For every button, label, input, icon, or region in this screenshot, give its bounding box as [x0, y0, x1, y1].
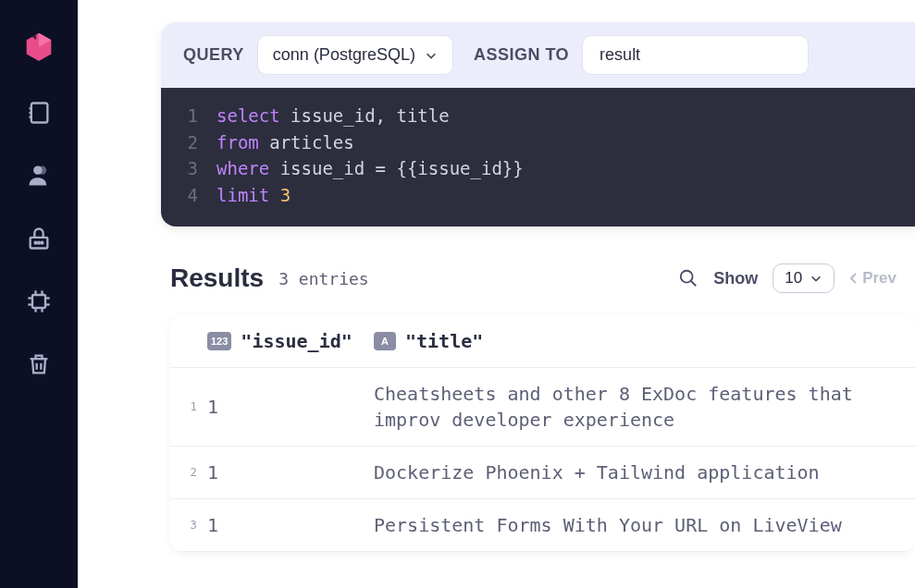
query-card: QUERY conn (PostgreSQL) ASSIGN TO 1selec… [161, 22, 915, 227]
main-content: QUERY conn (PostgreSQL) ASSIGN TO 1selec… [78, 0, 915, 588]
connection-dropdown[interactable]: conn (PostgreSQL) [257, 35, 453, 75]
svg-point-21 [681, 271, 693, 283]
results-section: Results 3 entries Show 10 Prev [170, 263, 915, 552]
trash-icon[interactable] [26, 351, 52, 377]
chevron-down-icon [810, 272, 822, 285]
app-logo[interactable] [21, 28, 56, 63]
cell-issue-id: 1 [207, 396, 374, 418]
user-icon[interactable] [26, 163, 52, 189]
assign-input[interactable] [582, 35, 809, 75]
column-header-title[interactable]: A "title" [374, 330, 915, 352]
show-select[interactable]: 10 [773, 263, 835, 293]
svg-point-8 [38, 242, 40, 244]
connection-value: conn (PostgreSQL) [273, 45, 415, 65]
cell-title: Persistent Forms With Your URL on LiveVi… [374, 512, 915, 538]
code-line: 1select issue_id, title [183, 103, 893, 129]
show-label: Show [713, 269, 758, 288]
results-header: Results 3 entries Show 10 Prev [170, 263, 915, 293]
chevron-down-icon [425, 49, 438, 62]
type-badge-number: 123 [207, 332, 231, 350]
svg-rect-10 [32, 295, 45, 308]
results-controls: Show 10 Prev [678, 263, 915, 293]
query-header: QUERY conn (PostgreSQL) ASSIGN TO [161, 22, 915, 88]
lock-icon[interactable] [26, 226, 52, 251]
row-number: 1 [179, 400, 207, 413]
svg-point-7 [35, 242, 37, 244]
type-badge-text: A [374, 332, 396, 350]
results-title: Results [170, 263, 264, 293]
assign-label: ASSIGN TO [474, 45, 569, 65]
query-label: QUERY [183, 45, 244, 65]
svg-line-22 [691, 281, 697, 287]
table-row[interactable]: 2 1 Dockerize Phoenix + Tailwind applica… [170, 447, 915, 499]
cell-issue-id: 1 [207, 461, 374, 484]
code-line: 4limit 3 [183, 182, 893, 209]
prev-label: Prev [862, 269, 896, 288]
cell-title: Cheatsheets and other 8 ExDoc features t… [374, 381, 915, 433]
svg-point-5 [38, 166, 46, 175]
table-row[interactable]: 1 1 Cheatsheets and other 8 ExDoc featur… [170, 368, 915, 447]
entries-count: 3 entries [278, 269, 369, 288]
table-header: 123 "issue_id" A "title" [170, 315, 915, 368]
results-table: 123 "issue_id" A "title" 1 1 Cheatsheets… [170, 315, 915, 552]
chip-icon[interactable] [26, 288, 52, 314]
code-editor[interactable]: 1select issue_id, title2from articles3wh… [161, 88, 915, 227]
code-line: 2from articles [183, 129, 893, 156]
sidebar [0, 0, 78, 588]
notebook-icon[interactable] [26, 100, 52, 126]
column-header-issue-id[interactable]: 123 "issue_id" [207, 330, 374, 352]
svg-point-9 [42, 242, 43, 244]
cell-issue-id: 1 [207, 514, 374, 536]
row-number: 3 [179, 519, 207, 532]
code-line: 3where issue_id = {{issue_id}} [183, 155, 893, 182]
show-value: 10 [785, 269, 802, 288]
prev-button[interactable]: Prev [849, 269, 896, 288]
row-number: 2 [179, 466, 207, 479]
search-icon[interactable] [678, 268, 699, 288]
svg-rect-0 [31, 104, 48, 123]
table-row[interactable]: 3 1 Persistent Forms With Your URL on Li… [170, 499, 915, 552]
cell-title: Dockerize Phoenix + Tailwind application [374, 459, 915, 485]
